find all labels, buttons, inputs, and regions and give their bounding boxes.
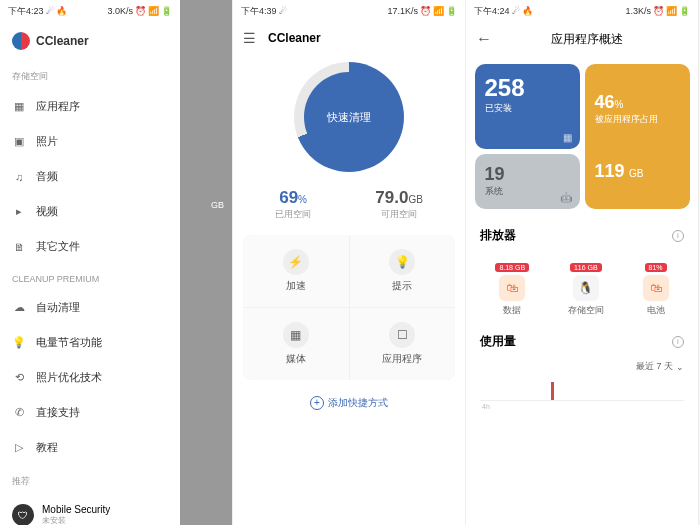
overview-header: ← 应用程序概述 [466, 22, 698, 56]
drainers-title: 排放器 [480, 227, 516, 244]
page-title: 应用程序概述 [502, 31, 672, 48]
shortcut-apps[interactable]: ☐应用程序 [350, 308, 456, 380]
usage-chart: 4h [480, 381, 684, 401]
drawer-item-audio[interactable]: ♫音频 [0, 159, 180, 194]
drawer-scrim[interactable]: GB [179, 0, 232, 525]
shortcut-media[interactable]: ▦媒体 [243, 308, 349, 380]
status-bar: 下午4:24☄🔥 1.3K/s⏰📶🔋 [466, 0, 698, 22]
screen-overview: 下午4:24☄🔥 1.3K/s⏰📶🔋 ← 应用程序概述 258 已安装 ▦ 46… [466, 0, 699, 525]
video-icon: ▸ [12, 205, 26, 218]
gauge-label: 快速清理 [327, 110, 371, 125]
cloud-icon: ☁ [12, 301, 26, 314]
drawer-item-tutorial[interactable]: ▷教程 [0, 430, 180, 465]
status-bar: 下午4:39☄ 17.1K/s⏰📶🔋 [233, 0, 465, 22]
info-icon[interactable]: i [672, 230, 684, 242]
recommend-sub: 未安装 [42, 515, 110, 525]
status-bar: 下午4:23☄🔥 3.0K/s⏰📶🔋 [0, 0, 180, 22]
app-icon: 🛍 [643, 275, 669, 301]
section-recommend-label: 推荐 [0, 465, 180, 494]
apps-icon: ☐ [389, 322, 415, 348]
ccleaner-logo-icon [12, 32, 30, 50]
shortcut-tips[interactable]: 💡提示 [350, 235, 456, 307]
app-header: ☰ CCleaner [233, 22, 465, 54]
quick-clean-gauge[interactable]: 快速清理 [294, 62, 404, 172]
badge: 8.18 GB [495, 263, 529, 272]
recommend-title: Mobile Security [42, 504, 110, 515]
usage-tick: 4h [482, 403, 490, 410]
chevron-down-icon: ⌄ [676, 362, 684, 372]
shortcut-grid: ⚡加速 💡提示 ▦媒体 ☐应用程序 [243, 235, 455, 380]
brand-name: CCleaner [36, 34, 89, 48]
speed-icon: ⚡ [283, 249, 309, 275]
screen-drawer: GB 下午4:23☄🔥 3.0K/s⏰📶🔋 CCleaner 存储空间 ▦应用程… [0, 0, 233, 525]
drawer-item-photos[interactable]: ▣照片 [0, 124, 180, 159]
file-icon: 🗎 [12, 241, 26, 253]
optimize-icon: ⟲ [12, 371, 26, 384]
badge: 81% [645, 263, 667, 272]
tip-icon: 💡 [389, 249, 415, 275]
drawer-item-video[interactable]: ▸视频 [0, 194, 180, 229]
android-icon: 🤖 [560, 192, 572, 203]
drainer-battery[interactable]: 81% 🛍 电池 [643, 256, 669, 317]
usage-title: 使用量 [480, 333, 516, 350]
usage-range-select[interactable]: 最近 7 天⌄ [466, 356, 698, 377]
section-premium-label: CLEANUP PREMIUM [0, 264, 180, 290]
add-shortcut-button[interactable]: + 添加快捷方式 [233, 386, 465, 420]
music-icon: ♫ [12, 171, 26, 183]
grid-icon: ▦ [12, 100, 26, 113]
app-icon: 🐧 [573, 275, 599, 301]
used-label: 已用空间 [275, 208, 311, 221]
app-icon: 🛍 [499, 275, 525, 301]
drainers-row: 8.18 GB 🛍 数据 116 GB 🐧 存储空间 81% 🛍 电池 [466, 250, 698, 323]
section-storage-label: 存储空间 [0, 60, 180, 89]
photo-icon: ▣ [12, 135, 26, 148]
media-icon: ▦ [283, 322, 309, 348]
recommend-item[interactable]: 🛡 Mobile Security 未安装 [0, 494, 180, 525]
summary-tiles: 258 已安装 ▦ 46% 被应用程序占用 119 GB 19 系统 🤖 [466, 56, 698, 217]
drawer-item-support[interactable]: ✆直接支持 [0, 395, 180, 430]
grid-icon: ▦ [563, 132, 572, 143]
navigation-drawer: 下午4:23☄🔥 3.0K/s⏰📶🔋 CCleaner 存储空间 ▦应用程序 ▣… [0, 0, 180, 525]
back-icon[interactable]: ← [476, 30, 492, 48]
shortcut-boost[interactable]: ⚡加速 [243, 235, 349, 307]
support-icon: ✆ [12, 406, 26, 419]
screen-dashboard: 下午4:39☄ 17.1K/s⏰📶🔋 ☰ CCleaner 快速清理 69% 已… [233, 0, 466, 525]
shield-icon: 🛡 [12, 504, 34, 525]
play-icon: ▷ [12, 441, 26, 454]
drawer-item-battery[interactable]: 💡电量节省功能 [0, 325, 180, 360]
bulb-icon: 💡 [12, 336, 26, 349]
info-icon[interactable]: i [672, 336, 684, 348]
plus-icon: + [310, 396, 324, 410]
tile-installed[interactable]: 258 已安装 ▦ [475, 64, 580, 149]
drawer-item-photoopt[interactable]: ⟲照片优化技术 [0, 360, 180, 395]
drainer-storage[interactable]: 116 GB 🐧 存储空间 [568, 256, 604, 317]
tile-system[interactable]: 19 系统 🤖 [475, 154, 580, 209]
menu-icon[interactable]: ☰ [243, 30, 256, 46]
drainer-data[interactable]: 8.18 GB 🛍 数据 [495, 256, 529, 317]
storage-stats: 69% 已用空间 79.0GB 可用空间 [233, 180, 465, 229]
peek-label: GB [211, 200, 224, 210]
drawer-item-autoclean[interactable]: ☁自动清理 [0, 290, 180, 325]
app-title: CCleaner [268, 31, 321, 45]
drawer-item-apps[interactable]: ▦应用程序 [0, 89, 180, 124]
brand-row: CCleaner [0, 22, 180, 60]
badge: 116 GB [570, 263, 602, 272]
drawer-item-other[interactable]: 🗎其它文件 [0, 229, 180, 264]
free-label: 可用空间 [375, 208, 423, 221]
usage-bar [551, 382, 554, 400]
tile-storage-pct[interactable]: 46% 被应用程序占用 119 GB [585, 64, 690, 209]
